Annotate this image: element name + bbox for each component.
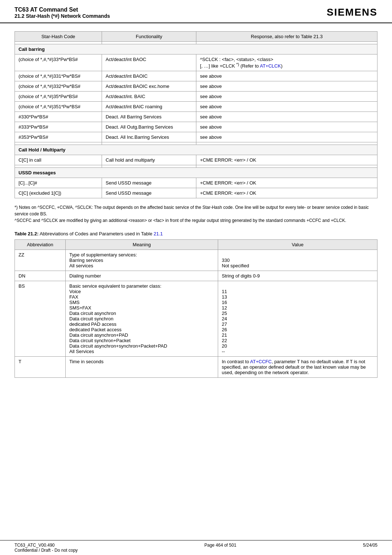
value-cell: 330 Not specified (218, 250, 377, 271)
value-line: 27 (222, 321, 373, 327)
meaning-line: SMS+FAX (69, 305, 214, 311)
functionality-cell: Act/deact/int BAOIC (102, 71, 196, 81)
footnote-line1: *) Notes on ^SCCFC, +CCWA, ^SCLCK: The o… (15, 204, 377, 217)
meaning-line: Data circuit asynchron+synchron+Packet+P… (69, 343, 214, 349)
table-row: (choice of *,#,*#)331*Pw*BS# Act/deact/i… (15, 71, 377, 81)
response-cell: see above (196, 102, 377, 112)
functionality-cell: Act/deact/int BAIC roaming (102, 102, 196, 112)
value-line: 21 (222, 332, 373, 338)
meaning-line: Data circuit synchron (69, 316, 214, 321)
functionality-cell: Send USSD message (102, 178, 196, 188)
footer-doc-id: TC63_ATC_V00.490 (15, 543, 78, 548)
section-row-ussd: USSD messages (15, 168, 377, 178)
functionality-cell: Act/deact/int. BAIC (102, 92, 196, 102)
value-line: 12 (222, 305, 373, 311)
table2-caption-text: Abbreviations of Codes and Parameters us… (40, 231, 154, 236)
value-line: 13 (222, 294, 373, 300)
meaning-line: Data circuit synchron+Packet (69, 338, 214, 343)
value-line (222, 252, 373, 258)
table2-caption: Table 21.2: Abbreviations of Codes and P… (15, 231, 377, 236)
table-row: #330*Pw*BS# Deact. All Barring Services … (15, 112, 377, 122)
meaning-line: FAX (69, 294, 214, 300)
table-row: #353*Pw*BS# Deact. All Inc.Barring Servi… (15, 132, 377, 142)
star-hash-code-cell: (choice of *,#,*#)35*Pw*BS# (15, 92, 102, 102)
star-hash-code-cell: (choice of *,#,*#)33*Pw*BS# (15, 54, 102, 71)
value-line: 20 (222, 343, 373, 349)
col-header-functionality: Functionality (102, 32, 196, 42)
table-row: C[C] (excluded 1[C]) Send USSD message +… (15, 188, 377, 198)
meaning-cell: Basic service equivalent to parameter cl… (66, 281, 218, 357)
meaning-line: Basic service equivalent to parameter cl… (69, 283, 214, 289)
response-cell: see above (196, 81, 377, 92)
table2-caption-bold: Table 21.2: (15, 231, 38, 236)
footnote-text2: ^SCCFC and ^SCLCK are modified by giving… (15, 218, 346, 223)
meaning-line: Type of supplementary services: (69, 252, 214, 258)
footnote-line2: ^SCCFC and ^SCLCK are modified by giving… (15, 217, 377, 224)
section-label-ussd: USSD messages (15, 168, 377, 178)
star-hash-code-cell: #333*Pw*BS# (15, 122, 102, 132)
meaning-line: All Services (69, 349, 214, 354)
abbrev-cell: T (15, 357, 66, 378)
value-cell: In contrast to AT+CCFC, parameter T has … (218, 357, 377, 378)
star-hash-code-cell: [C]...[C]# (15, 178, 102, 188)
footer-page-number: Page 464 of 501 (204, 543, 236, 553)
meaning-cell: Dialing number (66, 271, 218, 281)
table-row: DN Dialing number String of digits 0-9 (15, 271, 377, 281)
abbrev-cell: DN (15, 271, 66, 281)
star-hash-code-cell: (choice of *,#,*#)331*Pw*BS# (15, 71, 102, 81)
section-row-call-hold: Call Hold / Multiparty (15, 145, 377, 155)
response-cell: see above (196, 132, 377, 142)
table21-1-link[interactable]: 21.1 (154, 231, 163, 236)
response-cell: ^SCLCK : <fac>, <status>, <class> [, …] … (196, 54, 377, 71)
table-row: C[C] in call Call hold and multiparty +C… (15, 155, 377, 165)
section-label-call-hold: Call Hold / Multiparty (15, 145, 377, 155)
section-title: 21.2 Star-Hash (*#) Network Commands (15, 13, 110, 19)
meaning-cell: Time in seconds (66, 357, 218, 378)
table-row: ZZ Type of supplementary services: Barri… (15, 250, 377, 271)
functionality-cell: Deact. All Inc.Barring Services (102, 132, 196, 142)
response-cell: see above (196, 92, 377, 102)
footnote-text1: Notes on ^SCCFC, +CCWA, ^SCLCK: The outp… (15, 205, 369, 216)
value-line: -- (222, 349, 373, 354)
table-row: (choice of *,#,*#)351*Pw*BS# Act/deact/i… (15, 102, 377, 112)
table-row: (choice of *,#,*#)332*Pw*BS# Act/deact/i… (15, 81, 377, 92)
at-ccfc-link[interactable]: AT+CCFC (250, 359, 271, 364)
functionality-cell: Deact. All Outg.Barring Services (102, 122, 196, 132)
table-row (15, 165, 377, 168)
meaning-line: SMS (69, 300, 214, 305)
functionality-cell: Act/deact/int BAOIC exc.home (102, 81, 196, 92)
footer-date: 5/24/05 (363, 543, 377, 553)
table-row (15, 142, 377, 145)
meaning-line: Data circuit asynchron+PAD (69, 332, 214, 338)
at-clck-link[interactable]: AT+CLCK (260, 63, 281, 69)
functionality-cell: Deact. All Barring Services (102, 112, 196, 122)
meaning-line: dedicated PAD access (69, 321, 214, 327)
value-line: Not specified (222, 263, 373, 268)
value-line: 16 (222, 300, 373, 305)
siemens-logo: SIEMENS (327, 7, 377, 18)
value-cell: 11 13 16 12 25 24 27 26 21 22 20 -- (218, 281, 377, 357)
page-header: TC63 AT Command Set 21.2 Star-Hash (*#) … (0, 0, 392, 23)
meaning-line: Voice (69, 289, 214, 294)
value-line (222, 283, 373, 289)
response-cell: +CME ERROR: <err> / OK (196, 178, 377, 188)
meaning-line: Barring services (69, 258, 214, 263)
header-logo-block: SIEMENS (327, 7, 377, 18)
section-row-call-barring: Call barring (15, 44, 377, 54)
table-row: T Time in seconds In contrast to AT+CCFC… (15, 357, 377, 378)
section-label-call-barring: Call barring (15, 44, 377, 54)
value-line: 22 (222, 338, 373, 343)
col-header-response: Response, also refer to Table 21.3 (196, 32, 377, 42)
table-row: [C]...[C]# Send USSD message +CME ERROR:… (15, 178, 377, 188)
col-header-value: Value (218, 240, 377, 250)
table-row: #333*Pw*BS# Deact. All Outg.Barring Serv… (15, 122, 377, 132)
table-row: BS Basic service equivalent to parameter… (15, 281, 377, 357)
star-hash-code-cell: C[C] in call (15, 155, 102, 165)
star-hash-code-cell: C[C] (excluded 1[C]) (15, 188, 102, 198)
meaning-cell: Type of supplementary services: Barring … (66, 250, 218, 271)
value-line: 26 (222, 327, 373, 332)
abbreviations-table: Abbreviation Meaning Value ZZ Type of su… (15, 239, 377, 378)
value-line: 25 (222, 311, 373, 316)
footnote-marker: *) (15, 205, 18, 210)
response-cell: see above (196, 122, 377, 132)
